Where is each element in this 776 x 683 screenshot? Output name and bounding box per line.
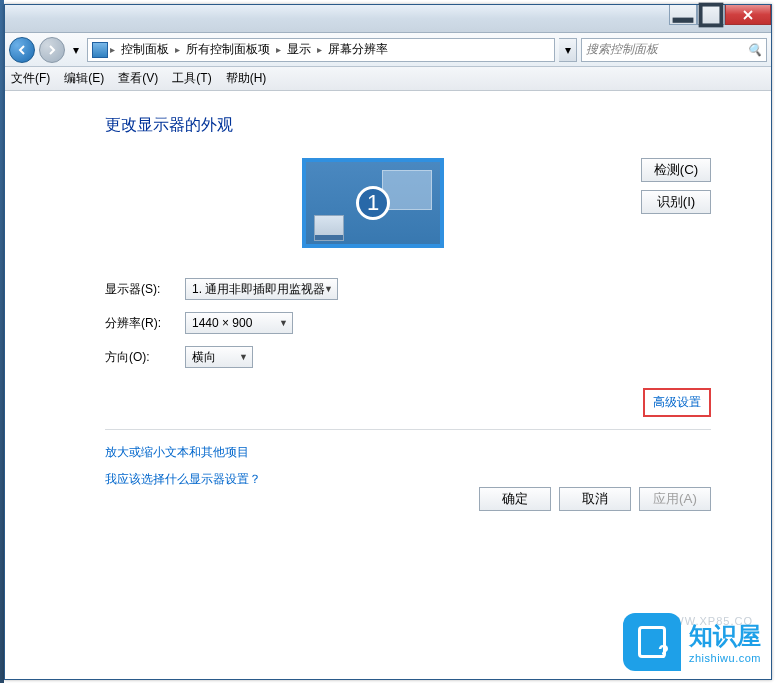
address-dropdown[interactable]: ▾ — [559, 38, 577, 62]
content-area: 更改显示器的外观 1 检测(C) 识别(I) 显示器(S): 1. 通用非即插即… — [5, 91, 771, 679]
monitor-number-badge: 1 — [356, 186, 390, 220]
breadcrumb-sep: ▸ — [110, 44, 115, 55]
orientation-combo[interactable]: 横向 ▼ — [185, 346, 253, 368]
divider — [105, 429, 711, 430]
display-combo[interactable]: 1. 通用非即插即用监视器 ▼ — [185, 278, 338, 300]
menu-bar: 文件(F) 编辑(E) 查看(V) 工具(T) 帮助(H) — [5, 67, 771, 91]
minimize-button[interactable] — [669, 5, 697, 25]
cancel-button[interactable]: 取消 — [559, 487, 631, 511]
resolution-combo[interactable]: 1440 × 900 ▼ — [185, 312, 293, 334]
which-display-link[interactable]: 我应该选择什么显示器设置？ — [105, 471, 711, 488]
advanced-settings-link[interactable]: 高级设置 — [643, 388, 711, 417]
address-bar[interactable]: ▸ 控制面板 ▸ 所有控制面板项 ▸ 显示 ▸ 屏幕分辨率 — [87, 38, 555, 62]
control-panel-icon — [92, 42, 108, 58]
orientation-value: 横向 — [192, 349, 216, 366]
menu-view[interactable]: 查看(V) — [118, 70, 158, 87]
ok-button[interactable]: 确定 — [479, 487, 551, 511]
watermark: 知识屋 zhishiwu.com — [623, 613, 761, 671]
breadcrumb-item[interactable]: 所有控制面板项 — [182, 41, 274, 58]
chevron-down-icon: ▼ — [324, 284, 333, 294]
breadcrumb-sep: ▸ — [276, 44, 281, 55]
detect-button[interactable]: 检测(C) — [641, 158, 711, 182]
forward-button[interactable] — [39, 37, 65, 63]
display-label: 显示器(S): — [105, 281, 185, 298]
breadcrumb-sep: ▸ — [175, 44, 180, 55]
close-button[interactable] — [725, 5, 771, 25]
orientation-label: 方向(O): — [105, 349, 185, 366]
display-value: 1. 通用非即插即用监视器 — [192, 281, 325, 298]
nav-history-dropdown[interactable]: ▾ — [69, 40, 83, 60]
breadcrumb-sep: ▸ — [317, 44, 322, 55]
monitor-preview[interactable]: 1 — [302, 158, 444, 248]
search-input[interactable]: 搜索控制面板 🔍 — [581, 38, 767, 62]
breadcrumb-item[interactable]: 控制面板 — [117, 41, 173, 58]
back-button[interactable] — [9, 37, 35, 63]
dialog-buttons: 确定 取消 应用(A) — [479, 487, 711, 511]
chevron-down-icon: ▼ — [239, 352, 248, 362]
breadcrumb-item[interactable]: 屏幕分辨率 — [324, 41, 392, 58]
watermark-badge-icon — [623, 613, 681, 671]
help-links: 放大或缩小文本和其他项目 我应该选择什么显示器设置？ — [105, 444, 711, 488]
apply-button[interactable]: 应用(A) — [639, 487, 711, 511]
menu-tools[interactable]: 工具(T) — [172, 70, 211, 87]
menu-edit[interactable]: 编辑(E) — [64, 70, 104, 87]
resolution-value: 1440 × 900 — [192, 316, 252, 330]
menu-help[interactable]: 帮助(H) — [226, 70, 267, 87]
menu-file[interactable]: 文件(F) — [11, 70, 50, 87]
page-title: 更改显示器的外观 — [105, 115, 711, 136]
watermark-title: 知识屋 — [689, 620, 761, 652]
maximize-button[interactable] — [697, 5, 725, 25]
watermark-url: zhishiwu.com — [689, 652, 761, 664]
search-icon: 🔍 — [747, 43, 762, 57]
window-titlebar — [5, 5, 771, 33]
resolution-label: 分辨率(R): — [105, 315, 185, 332]
control-panel-window: ▾ ▸ 控制面板 ▸ 所有控制面板项 ▸ 显示 ▸ 屏幕分辨率 ▾ 搜索控制面板… — [4, 4, 772, 680]
preview-desktop-decoration — [314, 215, 344, 241]
svg-rect-0 — [673, 17, 694, 22]
search-placeholder: 搜索控制面板 — [586, 41, 658, 58]
navigation-bar: ▾ ▸ 控制面板 ▸ 所有控制面板项 ▸ 显示 ▸ 屏幕分辨率 ▾ 搜索控制面板… — [5, 33, 771, 67]
monitor-preview-row: 1 检测(C) 识别(I) — [105, 158, 711, 248]
svg-rect-1 — [701, 4, 722, 25]
identify-button[interactable]: 识别(I) — [641, 190, 711, 214]
text-size-link[interactable]: 放大或缩小文本和其他项目 — [105, 444, 711, 461]
breadcrumb-item[interactable]: 显示 — [283, 41, 315, 58]
chevron-down-icon: ▼ — [279, 318, 288, 328]
